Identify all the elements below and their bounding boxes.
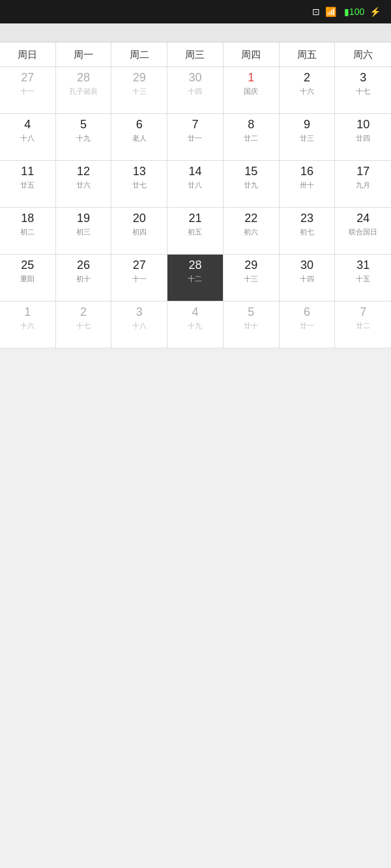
day-cell[interactable]: 1国庆 bbox=[224, 67, 280, 114]
calendar-header bbox=[0, 23, 391, 42]
day-cell[interactable]: 3十八 bbox=[111, 301, 167, 348]
weekday-label: 周一 bbox=[56, 42, 112, 66]
day-cell[interactable]: 14廿八 bbox=[167, 161, 224, 208]
day-number: 10 bbox=[356, 118, 369, 132]
day-lunar: 廿四 bbox=[356, 133, 370, 143]
day-cell[interactable]: 30十四 bbox=[167, 67, 224, 114]
day-cell[interactable]: 6老人 bbox=[111, 114, 167, 161]
day-lunar: 十八 bbox=[132, 321, 147, 331]
battery-icon: ▮100 bbox=[344, 7, 364, 17]
status-network: ⊡ 📶 ▮100 ⚡ bbox=[310, 7, 381, 17]
day-lunar: 十七 bbox=[76, 321, 91, 331]
day-number: 14 bbox=[188, 165, 201, 179]
day-number: 19 bbox=[77, 212, 90, 226]
day-cell[interactable]: 27十一 bbox=[0, 67, 56, 114]
day-cell[interactable]: 2十七 bbox=[56, 301, 112, 348]
day-cell[interactable]: 23初七 bbox=[280, 208, 336, 255]
day-cell[interactable]: 29十三 bbox=[111, 67, 167, 114]
day-lunar: 廿九 bbox=[244, 180, 258, 190]
day-cell[interactable]: 26初十 bbox=[56, 255, 112, 301]
next-month-button[interactable] bbox=[368, 30, 381, 35]
weekday-label: 周日 bbox=[0, 42, 56, 66]
day-cell[interactable]: 6廿一 bbox=[280, 301, 336, 348]
day-cell[interactable]: 1十六 bbox=[0, 301, 56, 348]
day-cell[interactable]: 15廿九 bbox=[224, 161, 280, 208]
day-cell[interactable]: 19初三 bbox=[56, 208, 112, 255]
day-number: 3 bbox=[360, 71, 366, 85]
day-cell[interactable]: 8廿二 bbox=[224, 114, 280, 161]
day-cell[interactable]: 4十八 bbox=[0, 114, 56, 161]
day-lunar: 九月 bbox=[356, 180, 370, 190]
calendar: 周日周一周二周三周四周五周六 27十一28孔子诞辰29十三30十四1国庆2十六3… bbox=[0, 23, 391, 348]
day-number: 5 bbox=[80, 118, 87, 132]
day-cell[interactable]: 29十三 bbox=[224, 255, 280, 301]
day-lunar: 廿六 bbox=[76, 180, 91, 190]
day-cell[interactable]: 21初五 bbox=[167, 208, 224, 255]
day-cell[interactable]: 2十六 bbox=[280, 67, 336, 114]
day-number: 21 bbox=[188, 212, 201, 226]
day-cell[interactable]: 17九月 bbox=[335, 161, 391, 208]
day-cell[interactable]: 30十四 bbox=[280, 255, 336, 301]
day-cell[interactable]: 7廿一 bbox=[167, 114, 224, 161]
day-cell[interactable]: 4十九 bbox=[167, 301, 224, 348]
day-lunar: 初二 bbox=[20, 227, 35, 237]
day-cell[interactable]: 24联合国日 bbox=[335, 208, 391, 255]
day-lunar: 十七 bbox=[356, 87, 370, 96]
day-number: 26 bbox=[77, 259, 90, 273]
day-lunar: 十五 bbox=[356, 274, 370, 284]
day-number: 7 bbox=[360, 305, 366, 320]
day-cell[interactable]: 22初六 bbox=[224, 208, 280, 255]
status-bar: ⊡ 📶 ▮100 ⚡ bbox=[0, 0, 391, 23]
day-cell[interactable]: 25重阳 bbox=[0, 255, 56, 301]
day-number: 31 bbox=[356, 259, 369, 273]
day-number: 13 bbox=[133, 165, 146, 179]
weekday-label: 周六 bbox=[335, 42, 391, 66]
day-lunar: 廿七 bbox=[132, 180, 147, 190]
day-cell[interactable]: 31十五 bbox=[335, 255, 391, 301]
weekday-header: 周日周一周二周三周四周五周六 bbox=[0, 42, 391, 67]
day-lunar: 初四 bbox=[132, 227, 147, 237]
day-number: 4 bbox=[192, 305, 198, 320]
day-lunar: 初七 bbox=[300, 227, 314, 237]
day-number: 8 bbox=[248, 118, 254, 132]
day-lunar: 初五 bbox=[188, 227, 202, 237]
day-cell[interactable]: 18初二 bbox=[0, 208, 56, 255]
day-cell[interactable]: 5十九 bbox=[56, 114, 112, 161]
day-number: 28 bbox=[77, 71, 90, 85]
day-number: 3 bbox=[136, 305, 143, 320]
day-cell[interactable]: 20初四 bbox=[111, 208, 167, 255]
day-number: 30 bbox=[188, 71, 201, 85]
day-lunar: 十六 bbox=[300, 87, 314, 96]
day-number: 30 bbox=[300, 259, 313, 273]
prev-month-button[interactable] bbox=[10, 30, 23, 35]
day-number: 5 bbox=[248, 305, 254, 320]
day-lunar: 十二 bbox=[188, 274, 202, 284]
day-cell[interactable]: 11廿五 bbox=[0, 161, 56, 208]
day-cell[interactable]: 16卅十 bbox=[280, 161, 336, 208]
day-cell[interactable]: 9廿三 bbox=[280, 114, 336, 161]
day-lunar: 廿一 bbox=[188, 133, 202, 143]
day-lunar: 十四 bbox=[300, 274, 314, 284]
day-lunar: 廿五 bbox=[20, 180, 35, 190]
day-lunar: 廿二 bbox=[244, 133, 258, 143]
day-number: 18 bbox=[21, 212, 34, 226]
day-cell[interactable]: 27十一 bbox=[111, 255, 167, 301]
day-lunar: 十三 bbox=[244, 274, 258, 284]
day-cell[interactable]: 3十七 bbox=[335, 67, 391, 114]
day-cell[interactable]: 28孔子诞辰 bbox=[56, 67, 112, 114]
day-cell[interactable]: 28十二 bbox=[167, 255, 224, 301]
day-cell[interactable]: 12廿六 bbox=[56, 161, 112, 208]
day-number: 6 bbox=[136, 118, 143, 132]
day-lunar: 孔子诞辰 bbox=[69, 87, 98, 96]
day-cell[interactable]: 13廿七 bbox=[111, 161, 167, 208]
day-lunar: 初十 bbox=[76, 274, 91, 284]
day-cell[interactable]: 10廿四 bbox=[335, 114, 391, 161]
weekday-label: 周三 bbox=[167, 42, 224, 66]
day-cell[interactable]: 7廿二 bbox=[335, 301, 391, 348]
weekday-label: 周二 bbox=[111, 42, 167, 66]
day-number: 1 bbox=[24, 305, 31, 320]
day-cell[interactable]: 5廿十 bbox=[224, 301, 280, 348]
day-lunar: 初三 bbox=[76, 227, 91, 237]
day-lunar: 廿二 bbox=[356, 321, 370, 331]
day-number: 29 bbox=[244, 259, 257, 273]
